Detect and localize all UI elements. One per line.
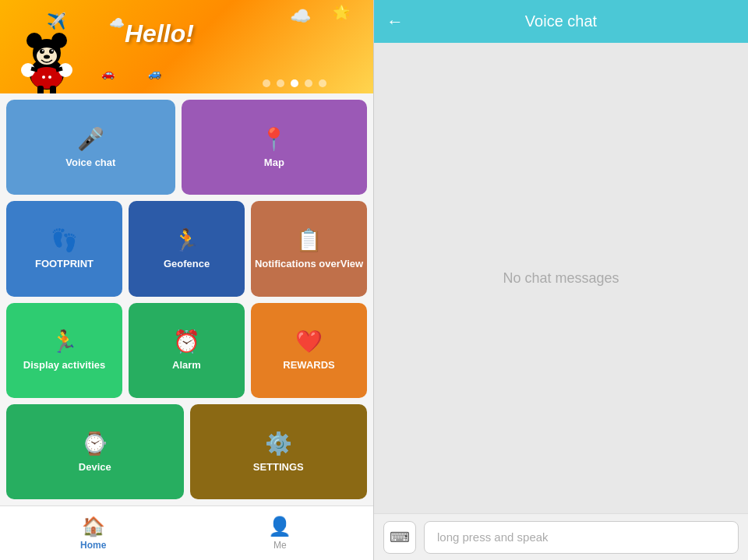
- alarm-icon: ⏰: [173, 329, 200, 354]
- svg-rect-17: [37, 86, 44, 93]
- alarm-button[interactable]: ⏰ Alarm: [129, 303, 245, 398]
- speak-placeholder: long press and speak: [437, 530, 549, 544]
- home-icon: 🏠: [82, 516, 105, 537]
- notifications-label: Notifications overView: [255, 258, 363, 270]
- voice-chat-label: Voice chat: [65, 157, 115, 169]
- no-chat-messages-label: No chat messages: [503, 270, 619, 287]
- grid-row-3: 🏃 Display activities ⏰ Alarm ❤️ REWARDS: [6, 303, 367, 398]
- cloud-icon2: ☁️: [109, 16, 125, 30]
- bottom-navigation: 🏠 Home 👤 Me: [0, 505, 373, 560]
- device-button[interactable]: ⌚ Device: [6, 404, 184, 499]
- notifications-icon: 📋: [295, 227, 323, 253]
- svg-line-15: [31, 69, 37, 70]
- svg-point-2: [42, 76, 45, 79]
- map-button[interactable]: 📍 Map: [182, 100, 367, 195]
- footprint-label: FOOTPRINT: [35, 258, 94, 270]
- app-grid: 🎤 Voice chat 📍 Map 👣 FOOTPRINT 🏃 Geofenc…: [0, 93, 373, 505]
- svg-point-3: [48, 76, 51, 79]
- settings-icon: ⚙️: [265, 431, 292, 456]
- grid-row-2: 👣 FOOTPRINT 🏃 Geofence 📋 Notifications o…: [6, 201, 367, 296]
- settings-label: SETTINGS: [253, 461, 304, 474]
- geofence-button[interactable]: 🏃 Geofence: [129, 201, 245, 296]
- character-icon: [8, 16, 86, 93]
- hello-text: Hello!: [125, 19, 194, 48]
- carousel-dots: [263, 79, 326, 87]
- chat-message-area: No chat messages: [374, 43, 748, 513]
- star-icon: 🌟: [333, 4, 350, 21]
- svg-point-6: [51, 33, 67, 48]
- map-pin-icon: 📍: [260, 126, 288, 152]
- back-button[interactable]: ←: [386, 12, 404, 32]
- svg-point-5: [26, 33, 42, 48]
- rewards-label: REWARDS: [283, 359, 334, 372]
- display-activities-button[interactable]: 🏃 Display activities: [6, 303, 122, 398]
- car2-icon: 🚙: [148, 67, 161, 79]
- display-activities-icon: 🏃: [51, 329, 78, 354]
- device-label: Device: [79, 461, 111, 474]
- keyboard-icon: ⌨: [390, 529, 410, 546]
- hero-banner: ✈️ ☁️ ☁️ 🌟: [0, 0, 373, 93]
- grid-row-4: ⌚ Device ⚙️ SETTINGS: [6, 404, 367, 499]
- voice-chat-title: Voice chat: [525, 12, 597, 30]
- svg-line-16: [56, 69, 62, 70]
- home-label: Home: [80, 540, 106, 551]
- settings-button[interactable]: ⚙️ SETTINGS: [190, 404, 368, 499]
- rewards-icon: ❤️: [295, 329, 323, 354]
- car1-icon: 🚗: [101, 67, 115, 79]
- alarm-label: Alarm: [172, 359, 201, 372]
- chat-input-bar: ⌨ long press and speak: [374, 513, 748, 560]
- footprint-button[interactable]: 👣 FOOTPRINT: [6, 201, 122, 296]
- notifications-button[interactable]: 📋 Notifications overView: [251, 201, 367, 296]
- map-label: Map: [264, 157, 284, 169]
- voice-chat-button[interactable]: 🎤 Voice chat: [6, 100, 175, 195]
- dot-1[interactable]: [263, 79, 270, 87]
- cloud-icon: ☁️: [290, 6, 311, 26]
- nav-me[interactable]: 👤 Me: [187, 506, 374, 560]
- footprint-icon: 👣: [51, 227, 78, 253]
- svg-rect-18: [50, 86, 56, 93]
- geofence-icon: 🏃: [173, 227, 200, 253]
- svg-point-9: [49, 49, 54, 54]
- dot-3[interactable]: [291, 79, 298, 87]
- nav-home[interactable]: 🏠 Home: [0, 506, 187, 560]
- rewards-button[interactable]: ❤️ REWARDS: [251, 303, 367, 398]
- svg-point-11: [51, 50, 53, 51]
- display-activities-label: Display activities: [23, 359, 106, 372]
- dot-5[interactable]: [319, 79, 326, 87]
- me-label: Me: [273, 540, 287, 551]
- left-phone-panel: ✈️ ☁️ ☁️ 🌟: [0, 0, 374, 560]
- dot-2[interactable]: [277, 79, 284, 87]
- dot-4[interactable]: [305, 79, 312, 87]
- svg-point-10: [42, 50, 44, 51]
- microphone-icon: 🎤: [77, 126, 104, 152]
- geofence-label: Geofence: [164, 258, 210, 270]
- right-voice-chat-panel: ← Voice chat No chat messages ⌨ long pre…: [374, 0, 748, 560]
- voice-chat-header: ← Voice chat: [374, 0, 748, 43]
- svg-point-12: [44, 55, 50, 59]
- svg-point-8: [40, 49, 44, 54]
- profile-icon: 👤: [268, 516, 291, 537]
- speak-input[interactable]: long press and speak: [424, 521, 739, 554]
- grid-row-1: 🎤 Voice chat 📍 Map: [6, 100, 367, 195]
- keyboard-button[interactable]: ⌨: [383, 521, 416, 554]
- device-icon: ⌚: [81, 431, 108, 456]
